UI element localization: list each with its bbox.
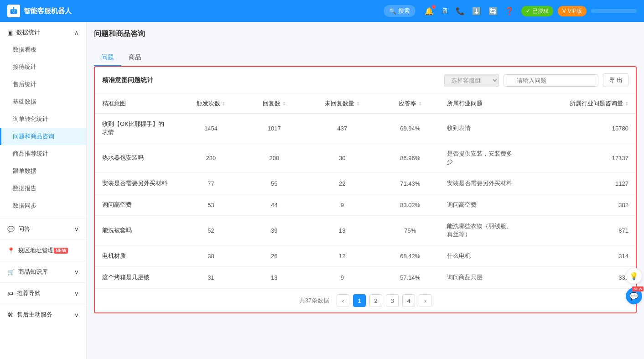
cell-noreply-1: 30	[304, 143, 381, 173]
question-search-input[interactable]	[504, 74, 598, 87]
cell-trigger-1: 230	[177, 143, 245, 173]
global-search[interactable]: 🔍 搜索	[384, 5, 415, 17]
sidebar-divider-3	[0, 261, 86, 261]
download-icon[interactable]: ⬇️	[472, 7, 481, 16]
notification-icon[interactable]: 🔔	[425, 7, 434, 16]
cell-industry-count-3: 382	[522, 194, 636, 216]
cell-industry-5: 什么电机	[440, 245, 522, 267]
col-header-trigger[interactable]: 触发次数	[177, 94, 245, 114]
chevron-down-icon-2: ∨	[74, 269, 79, 276]
sidebar-item-aftersale[interactable]: 售后统计	[0, 76, 86, 93]
cell-intent-0: 收到【OK比耶握手】的表情	[95, 114, 177, 143]
pagination-page-1[interactable]: 1	[353, 294, 366, 307]
content-area: 问题和商品咨询 问题 商品 精准意图问题统计 选择客服组 🔍	[87, 22, 644, 359]
col-header-reply[interactable]: 回复数	[245, 94, 304, 114]
question-search-wrapper: 🔍	[504, 74, 598, 87]
bar-chart-icon: ▣	[7, 29, 13, 36]
qa-group-header[interactable]: 💬 问答 ∨	[0, 220, 86, 238]
sidebar-item-conversion[interactable]: 询单转化统计	[0, 110, 86, 128]
tab-question[interactable]: 问题	[94, 50, 121, 66]
robot-icon	[9, 6, 19, 16]
svg-rect-2	[14, 10, 15, 11]
sidebar-item-report[interactable]: 数据报告	[0, 180, 86, 197]
monitor-icon[interactable]: 🖥	[441, 7, 448, 15]
sidebar-item-datasync[interactable]: 数据同步	[0, 197, 86, 214]
sidebar-item-qa-inquiry[interactable]: 问题和商品咨询	[0, 128, 86, 145]
floating-chat-button[interactable]: 💬 NEW	[626, 288, 642, 304]
header-right: ✓ 已授权 V VIP版	[521, 6, 637, 16]
table-body: 收到【OK比耶握手】的表情 1454 1017 437 69.94% 收到表情 …	[95, 114, 636, 288]
sidebar-item-order[interactable]: 跟单数据	[0, 162, 86, 180]
table-container: 精准意图问题统计 选择客服组 🔍 导 出	[94, 66, 637, 313]
cell-industry-count-4: 871	[522, 216, 636, 245]
cell-noreply-6: 9	[304, 267, 381, 288]
cell-industry-count-6: 331	[522, 267, 636, 288]
service-icon: 🛠	[7, 312, 13, 318]
epidemic-group-header[interactable]: 📍 疫区地址管理 NEW	[0, 242, 86, 259]
vip-icon: V	[562, 8, 566, 14]
col-header-rate[interactable]: 应答率	[381, 94, 440, 114]
cell-noreply-4: 13	[304, 216, 381, 245]
cell-reply-0: 1017	[245, 114, 304, 143]
cell-reply-2: 55	[245, 173, 304, 194]
col-header-noreply[interactable]: 未回复数量	[304, 94, 381, 114]
chevron-down-icon-3: ∨	[74, 290, 79, 297]
cell-industry-0: 收到表情	[440, 114, 522, 143]
sidebar-item-product-rec[interactable]: 商品推荐统计	[0, 145, 86, 162]
pagination-total: 共37条数据	[299, 297, 329, 305]
sidebar-item-basic[interactable]: 基础数据	[0, 93, 86, 110]
product-icon: 🛒	[7, 269, 15, 276]
tab-product[interactable]: 商品	[121, 50, 149, 66]
recommend-icon: 🏷	[7, 290, 13, 297]
authorized-badge[interactable]: ✓ 已授权	[521, 6, 553, 16]
pagination-page-3[interactable]: 3	[386, 294, 399, 307]
pagination-next[interactable]: ›	[419, 294, 431, 307]
table-row: 安装是否需要另外买材料 77 55 22 71.43% 安装是否需要另外买材料 …	[95, 173, 636, 194]
cell-reply-6: 13	[245, 267, 304, 288]
table-row: 热水器包安装吗 230 200 30 86.96% 是否提供安装，安装费多少 1…	[95, 143, 636, 173]
product-group-header[interactable]: 🛒 商品知识库 ∨	[0, 263, 86, 281]
aftersale-service-group-header[interactable]: 🛠 售后主动服务 ∨	[0, 306, 86, 323]
refresh-icon[interactable]: 🔄	[488, 7, 498, 16]
svg-rect-1	[12, 10, 13, 11]
cell-industry-2: 安装是否需要另外买材料	[440, 173, 522, 194]
chevron-down-icon: ∨	[74, 226, 79, 233]
data-stats-group-header[interactable]: ▣ 数据统计 ∧	[0, 24, 86, 41]
cell-industry-6: 询问商品只层	[440, 267, 522, 288]
chevron-up-icon: ∧	[74, 29, 79, 36]
sidebar: ▣ 数据统计 ∧ 数据看板 接待统计 售后统计 基础数据 询单转化统计 问题和商…	[0, 22, 87, 359]
epidemic-new-badge: NEW	[54, 248, 68, 254]
pagination-page-4[interactable]: 4	[402, 294, 415, 307]
floating-help-button[interactable]: 💡	[626, 268, 642, 284]
vip-badge[interactable]: V VIP版	[558, 6, 587, 16]
cell-noreply-0: 437	[304, 114, 381, 143]
recommend-group-left: 🏷 推荐导购	[7, 289, 41, 297]
logo-icon	[7, 5, 20, 17]
col-header-industry-count[interactable]: 所属行业问题咨询量	[522, 94, 636, 114]
cell-industry-4: 能洗哪些衣物（羽绒服、真丝等）	[440, 216, 522, 245]
aftersale-service-group-left: 🛠 售后主动服务	[7, 311, 52, 319]
pagination-page-2[interactable]: 2	[369, 294, 382, 307]
cell-reply-5: 26	[245, 245, 304, 267]
recommend-group-header[interactable]: 🏷 推荐导购 ∨	[0, 285, 86, 302]
cell-trigger-5: 38	[177, 245, 245, 267]
cell-industry-count-0: 15780	[522, 114, 636, 143]
sidebar-item-dashboard[interactable]: 数据看板	[0, 41, 86, 58]
pagination-prev[interactable]: ‹	[337, 294, 349, 307]
service-group-select[interactable]: 选择客服组	[444, 74, 499, 87]
product-group-left: 🛒 商品知识库	[7, 268, 48, 276]
sidebar-item-reception[interactable]: 接待统计	[0, 58, 86, 76]
table-row: 电机材质 38 26 12 68.42% 什么电机 314	[95, 245, 636, 267]
table-row: 这个烤箱是几层破 31 13 9 57.14% 询问商品只层 331	[95, 267, 636, 288]
col-header-industry: 所属行业问题	[440, 94, 522, 114]
qa-label: 问答	[18, 225, 30, 233]
cell-intent-5: 电机材质	[95, 245, 177, 267]
table-row: 收到【OK比耶握手】的表情 1454 1017 437 69.94% 收到表情 …	[95, 114, 636, 143]
phone-icon[interactable]: 📞	[456, 7, 465, 16]
user-info[interactable]	[591, 9, 637, 13]
export-button[interactable]: 导 出	[603, 73, 628, 87]
cell-industry-3: 询问高空费	[440, 194, 522, 216]
svg-point-5	[13, 7, 15, 9]
sidebar-divider-4	[0, 282, 86, 283]
help-icon[interactable]: ❓	[505, 7, 514, 16]
